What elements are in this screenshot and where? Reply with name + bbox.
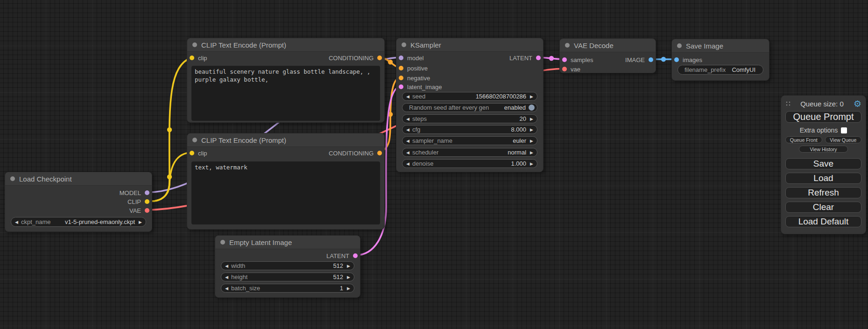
CONDITIONING-output-dot[interactable] xyxy=(377,151,382,155)
decrement-arrow-icon[interactable]: ◀ xyxy=(406,139,409,143)
decrement-arrow-icon[interactable]: ◀ xyxy=(406,150,409,155)
input-slot-clip[interactable]: clip xyxy=(190,54,207,62)
input-slot-latent_image[interactable]: latent_image xyxy=(399,83,442,91)
save-button[interactable]: Save xyxy=(785,158,861,169)
queue-prompt-button[interactable]: Queue Prompt xyxy=(785,111,861,123)
increment-arrow-icon[interactable]: ▶ xyxy=(530,94,533,99)
output-slot-VAE[interactable]: VAE xyxy=(129,206,149,215)
decrement-arrow-icon[interactable]: ◀ xyxy=(406,127,409,132)
Random seed after every gen-widget[interactable]: Random seed after every genenabled xyxy=(402,103,537,112)
clip-input-dot[interactable] xyxy=(190,56,194,60)
prompt-textarea[interactable]: text, watermark xyxy=(191,161,380,224)
input-slot-samples[interactable]: samples xyxy=(562,56,593,64)
images-input-dot[interactable] xyxy=(674,57,679,62)
sampler-name-widget[interactable]: ◀sampler_nameeuler▶ xyxy=(402,136,537,145)
negative-input-dot[interactable] xyxy=(399,76,403,80)
link-midpoint-dot[interactable] xyxy=(388,112,393,117)
view-history-button[interactable]: View History xyxy=(799,146,847,153)
output-slot-CLIP[interactable]: CLIP xyxy=(127,197,149,206)
decrement-arrow-icon[interactable]: ◀ xyxy=(406,161,409,166)
node-titlebar-vae-decode[interactable]: VAE Decode xyxy=(560,39,656,52)
collapse-dot-icon[interactable] xyxy=(10,176,15,181)
view-queue-button[interactable]: View Queue xyxy=(825,136,862,143)
output-slot-MODEL[interactable]: MODEL xyxy=(120,189,149,197)
output-slot-LATENT[interactable]: LATENT xyxy=(509,54,541,62)
node-titlebar-load-checkpoint[interactable]: Load Checkpoint xyxy=(5,172,152,186)
increment-arrow-icon[interactable]: ▶ xyxy=(530,150,533,155)
increment-arrow-icon[interactable]: ▶ xyxy=(530,117,533,121)
node-clip-encode-negative[interactable]: CLIP Text Encode (Prompt)clipCONDITIONIN… xyxy=(187,133,385,230)
load-button[interactable]: Load xyxy=(785,173,861,184)
clear-button[interactable]: Clear xyxy=(785,202,861,213)
increment-arrow-icon[interactable]: ▶ xyxy=(347,275,350,280)
collapse-dot-icon[interactable] xyxy=(192,42,197,47)
node-titlebar-ksampler[interactable]: KSampler xyxy=(396,38,543,52)
output-slot-CONDITIONING[interactable]: CONDITIONING xyxy=(329,149,382,157)
height-widget[interactable]: ◀height512▶ xyxy=(221,273,354,281)
cfg-widget[interactable]: ◀cfg8.000▶ xyxy=(402,125,537,134)
node-graph-canvas[interactable]: Load CheckpointMODELCLIPVAE◀ckpt_namev1-… xyxy=(0,0,868,329)
IMAGE-output-dot[interactable] xyxy=(649,57,653,62)
node-titlebar-empty-latent-image[interactable]: Empty Latent Image xyxy=(215,236,360,249)
input-slot-model[interactable]: model xyxy=(399,54,423,62)
link-midpoint-dot[interactable] xyxy=(549,56,554,61)
LATENT-output-dot[interactable] xyxy=(353,253,358,258)
steps-widget[interactable]: ◀steps20▶ xyxy=(402,114,537,123)
increment-arrow-icon[interactable]: ▶ xyxy=(530,127,533,132)
queue-front-button[interactable]: Queue Front xyxy=(785,136,822,143)
toggle-knob-icon[interactable] xyxy=(529,105,535,111)
CLIP-output-dot[interactable] xyxy=(145,199,149,204)
node-empty-latent-image[interactable]: Empty Latent ImageLATENT◀width512▶◀heigh… xyxy=(215,235,360,298)
node-titlebar-clip-encode-negative[interactable]: CLIP Text Encode (Prompt) xyxy=(187,133,384,147)
collapse-dot-icon[interactable] xyxy=(402,42,406,47)
input-slot-vae[interactable]: vae xyxy=(562,65,580,73)
refresh-button[interactable]: Refresh xyxy=(785,187,861,198)
load-default-button[interactable]: Load Default xyxy=(785,216,861,227)
output-slot-LATENT[interactable]: LATENT xyxy=(326,252,358,260)
increment-arrow-icon[interactable]: ▶ xyxy=(530,161,533,166)
input-slot-positive[interactable]: positive xyxy=(399,64,428,72)
filename-prefix-widget[interactable]: filename_prefixComfyUI xyxy=(677,65,763,75)
link-midpoint-dot[interactable] xyxy=(661,57,666,62)
settings-gear-icon[interactable]: ⚙ xyxy=(854,99,861,108)
node-save-image[interactable]: Save Imageimagesfilename_prefixComfyUI xyxy=(671,39,769,81)
decrement-arrow-icon[interactable]: ◀ xyxy=(406,117,409,121)
input-slot-negative[interactable]: negative xyxy=(399,74,430,82)
VAE-output-dot[interactable] xyxy=(145,208,149,213)
output-slot-IMAGE[interactable]: IMAGE xyxy=(625,56,653,64)
prompt-textarea[interactable]: beautiful scenery nature glass bottle la… xyxy=(191,66,380,121)
decrement-arrow-icon[interactable]: ◀ xyxy=(406,94,409,99)
increment-arrow-icon[interactable]: ▶ xyxy=(347,286,350,291)
increment-arrow-icon[interactable]: ▶ xyxy=(347,264,350,268)
node-clip-encode-positive[interactable]: CLIP Text Encode (Prompt)clipCONDITIONIN… xyxy=(187,38,385,123)
link-midpoint-dot[interactable] xyxy=(388,60,393,64)
clip-input-dot[interactable] xyxy=(190,151,194,155)
node-titlebar-clip-encode-positive[interactable]: CLIP Text Encode (Prompt) xyxy=(187,38,384,52)
node-titlebar-save-image[interactable]: Save Image xyxy=(672,39,769,53)
input-slot-images[interactable]: images xyxy=(674,56,702,64)
collapse-dot-icon[interactable] xyxy=(677,43,682,48)
model-input-dot[interactable] xyxy=(399,56,403,60)
collapse-dot-icon[interactable] xyxy=(565,43,570,48)
positive-input-dot[interactable] xyxy=(399,66,403,70)
node-load-checkpoint[interactable]: Load CheckpointMODELCLIPVAE◀ckpt_namev1-… xyxy=(5,172,152,232)
decrement-arrow-icon[interactable]: ◀ xyxy=(225,286,228,291)
samples-input-dot[interactable] xyxy=(562,57,567,62)
CONDITIONING-output-dot[interactable] xyxy=(377,56,382,60)
decrement-arrow-icon[interactable]: ◀ xyxy=(225,264,228,268)
MODEL-output-dot[interactable] xyxy=(145,190,149,195)
input-slot-clip[interactable]: clip xyxy=(190,149,207,157)
link-midpoint-dot[interactable] xyxy=(167,175,172,179)
node-vae-decode[interactable]: VAE DecodesamplesvaeIMAGE xyxy=(559,38,656,73)
node-ksampler[interactable]: KSamplermodelpositivenegativelatent_imag… xyxy=(396,38,543,172)
width-widget[interactable]: ◀width512▶ xyxy=(221,261,354,270)
vae-input-dot[interactable] xyxy=(562,67,567,71)
ckpt-name-widget[interactable]: ◀ckpt_namev1-5-pruned-emaonly.ckpt▶ xyxy=(11,217,146,227)
extra-options-checkbox[interactable] xyxy=(841,127,847,133)
latent_image-input-dot[interactable] xyxy=(399,84,403,89)
increment-arrow-icon[interactable]: ▶ xyxy=(139,220,142,224)
seed-widget[interactable]: ◀seed156680208700286▶ xyxy=(402,92,537,101)
collapse-dot-icon[interactable] xyxy=(220,240,225,245)
output-slot-CONDITIONING[interactable]: CONDITIONING xyxy=(329,54,382,62)
denoise-widget[interactable]: ◀denoise1.000▶ xyxy=(402,159,537,168)
